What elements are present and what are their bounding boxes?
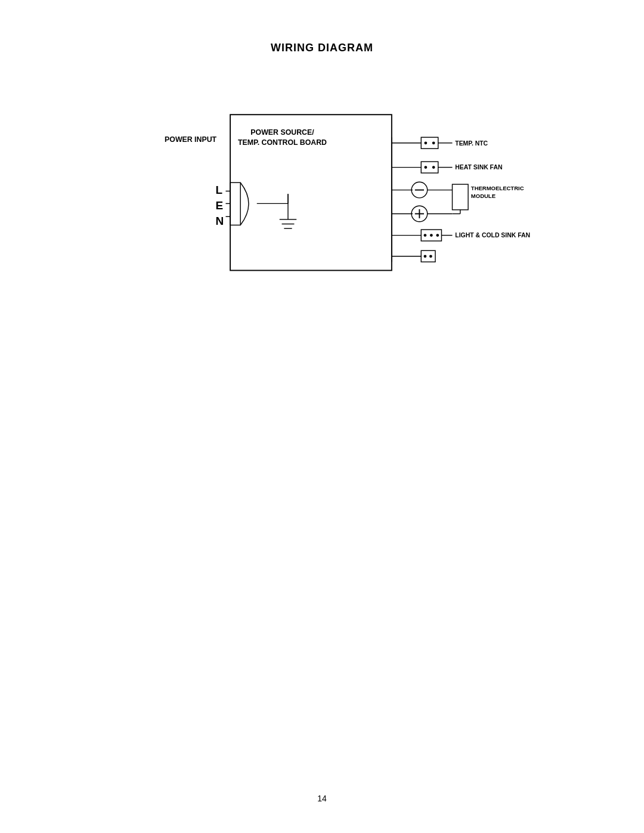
svg-point-26	[432, 166, 435, 169]
svg-text:HEAT SINK FAN: HEAT SINK FAN	[455, 164, 502, 171]
svg-text:E: E	[215, 199, 223, 212]
svg-point-52	[424, 255, 427, 258]
svg-text:MODULE: MODULE	[471, 193, 496, 199]
svg-text:LIGHT & COLD SINK FAN: LIGHT & COLD SINK FAN	[455, 232, 530, 239]
svg-text:L: L	[215, 184, 222, 196]
svg-text:THERMOELECTRIC: THERMOELECTRIC	[471, 185, 524, 191]
svg-point-47	[436, 234, 439, 237]
svg-text:TEMP. CONTROL BOARD: TEMP. CONTROL BOARD	[238, 138, 327, 147]
svg-point-53	[429, 255, 432, 258]
svg-rect-18	[421, 137, 438, 148]
svg-point-20	[432, 141, 435, 144]
svg-rect-51	[421, 250, 435, 262]
svg-point-45	[424, 234, 427, 237]
svg-text:POWER INPUT: POWER INPUT	[165, 135, 217, 144]
page-title: WIRING DIAGRAM	[0, 0, 644, 54]
svg-point-19	[424, 141, 427, 144]
page-number: 14	[0, 794, 644, 803]
svg-text:TEMP. NTC: TEMP. NTC	[455, 140, 488, 147]
svg-point-25	[424, 166, 427, 169]
svg-text:POWER SOURCE/: POWER SOURCE/	[250, 128, 314, 137]
svg-point-46	[430, 234, 433, 237]
svg-rect-33	[453, 184, 469, 210]
svg-rect-7	[230, 182, 240, 225]
svg-text:N: N	[215, 215, 224, 227]
svg-rect-24	[421, 162, 438, 173]
wiring-diagram: POWER SOURCE/ TEMP. CONTROL BOARD POWER …	[95, 83, 549, 310]
